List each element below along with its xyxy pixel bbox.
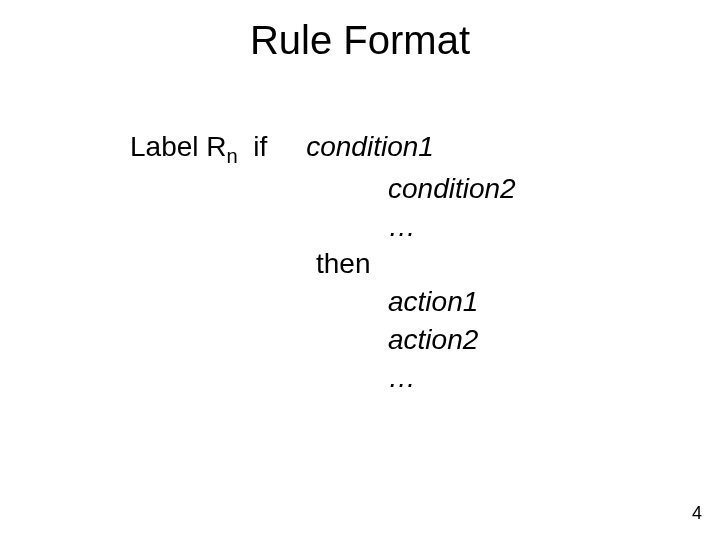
rule-line-3: … [130, 208, 516, 246]
action-2: action2 [388, 324, 478, 355]
actions-ellipsis: … [388, 362, 416, 393]
action-1: action1 [388, 286, 478, 317]
rule-line-5: action2 [130, 321, 516, 359]
conditions-ellipsis: … [388, 211, 416, 242]
slide-title: Rule Format [0, 18, 720, 63]
condition-2: condition2 [388, 173, 516, 204]
rule-line-then: then [130, 245, 516, 283]
keyword-then: then [316, 248, 371, 279]
slide: Rule Format Label Rn if condition1 condi… [0, 0, 720, 540]
condition-1: condition1 [306, 131, 434, 162]
rule-line-4: action1 [130, 283, 516, 321]
rule-line-1: Label Rn if condition1 [130, 128, 516, 170]
keyword-if: if [253, 131, 267, 162]
rule-body: Label Rn if condition1 condition2 … then… [130, 128, 516, 397]
rule-line-6: … [130, 359, 516, 397]
label-subscript: n [227, 145, 238, 167]
label-prefix: Label R [130, 131, 227, 162]
rule-line-2: condition2 [130, 170, 516, 208]
page-number: 4 [692, 503, 702, 524]
